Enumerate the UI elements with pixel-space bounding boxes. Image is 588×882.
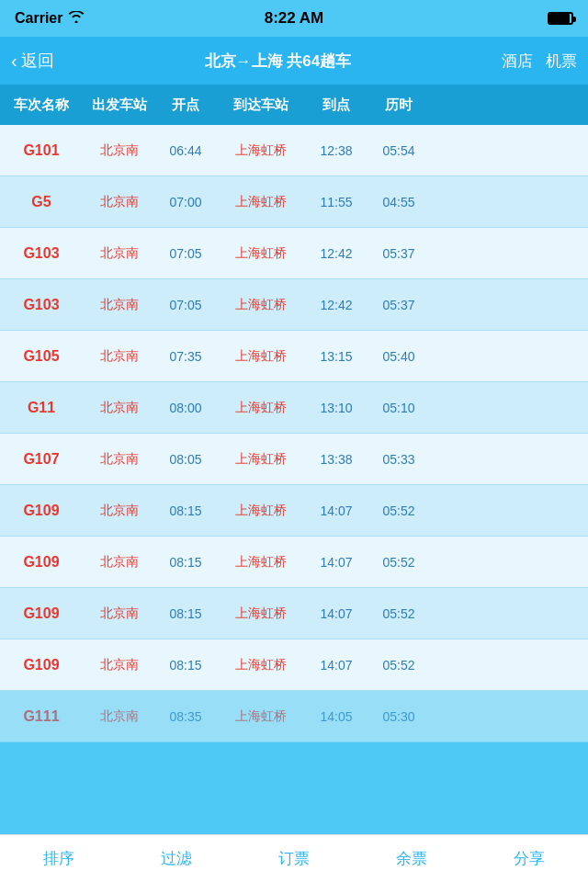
nav-bar: ‹ 返回 北京→上海 共64趟车 酒店 机票 [0, 37, 588, 85]
cell-time-col: 14:07 [307, 555, 366, 570]
cell-train-name: G109 [0, 503, 83, 519]
ticket-button[interactable]: 机票 [546, 51, 577, 72]
cell-time-col: 07:05 [156, 246, 215, 261]
cell-station: 上海虹桥 [215, 348, 307, 365]
cell-time-col: 11:55 [307, 195, 366, 209]
cell-train-name: G111 [0, 708, 83, 725]
cell-time-col: 13:10 [307, 401, 366, 415]
table-row[interactable]: G101北京南06:44上海虹桥12:3805:54 [0, 125, 588, 176]
cell-train-name: G103 [0, 245, 83, 262]
table-row[interactable]: G109北京南08:15上海虹桥14:0705:52 [0, 485, 588, 537]
cell-station: 上海虹桥 [215, 297, 307, 313]
table-row[interactable]: G5北京南07:00上海虹桥11:5504:55 [0, 176, 588, 228]
hotel-button[interactable]: 酒店 [502, 51, 533, 72]
th-arrive-time: 到点 [307, 96, 366, 114]
table-row[interactable]: G103北京南07:05上海虹桥12:4205:37 [0, 279, 588, 331]
th-depart-station: 出发车站 [83, 96, 156, 114]
cell-time-col: 12:42 [307, 298, 366, 312]
cell-time-col: 05:30 [366, 709, 432, 724]
cell-station: 北京南 [83, 503, 156, 519]
cell-station: 上海虹桥 [215, 657, 307, 673]
back-label: 返回 [21, 50, 54, 72]
cell-station: 北京南 [83, 554, 156, 571]
cell-time-col: 14:05 [307, 709, 366, 724]
cell-time-col: 07:05 [156, 298, 215, 312]
cell-time-col: 05:33 [366, 452, 432, 467]
cell-station: 北京南 [83, 142, 156, 159]
cell-time-col: 05:52 [366, 503, 432, 518]
remaining-button[interactable]: 余票 [396, 848, 427, 869]
cell-time-col: 13:38 [307, 452, 366, 467]
cell-time-col: 14:07 [307, 606, 366, 621]
table-row[interactable]: G105北京南07:35上海虹桥13:1505:40 [0, 331, 588, 382]
table-row[interactable]: G11北京南08:00上海虹桥13:1005:10 [0, 382, 588, 434]
status-bar: Carrier 8:22 AM [0, 0, 588, 37]
cell-time-col: 05:52 [366, 658, 432, 673]
cell-station: 上海虹桥 [215, 194, 307, 210]
wifi-icon [68, 10, 85, 27]
cell-time-col: 04:55 [366, 195, 432, 209]
table-row[interactable]: G111北京南08:35上海虹桥14:0505:30 [0, 691, 588, 742]
cell-time-col: 08:05 [156, 452, 215, 467]
cell-time-col: 12:38 [307, 143, 366, 158]
status-left: Carrier [15, 10, 85, 27]
cell-train-name: G109 [0, 605, 83, 622]
cell-train-name: G101 [0, 142, 83, 159]
table-row[interactable]: G103北京南07:05上海虹桥12:4205:37 [0, 228, 588, 279]
cell-time-col: 07:35 [156, 349, 215, 364]
cell-time-col: 08:15 [156, 555, 215, 570]
cell-time-col: 08:15 [156, 503, 215, 518]
cell-time-col: 08:35 [156, 709, 215, 724]
cell-station: 上海虹桥 [215, 451, 307, 468]
cell-time-col: 14:07 [307, 503, 366, 518]
filter-button[interactable]: 过滤 [161, 848, 192, 869]
cell-train-name: G11 [0, 400, 83, 416]
cell-train-name: G109 [0, 657, 83, 673]
th-arrive-station: 到达车站 [215, 96, 307, 114]
cell-station: 上海虹桥 [215, 708, 307, 725]
battery-icon [548, 12, 573, 25]
cell-time-col: 05:10 [366, 401, 432, 415]
cell-time-col: 05:37 [366, 246, 432, 261]
cell-station: 上海虹桥 [215, 554, 307, 571]
cell-time-col: 05:54 [366, 143, 432, 158]
cell-station: 北京南 [83, 245, 156, 262]
cell-station: 北京南 [83, 348, 156, 365]
cell-train-name: G5 [0, 194, 83, 210]
back-chevron-icon: ‹ [11, 51, 17, 72]
table-row[interactable]: G109北京南08:15上海虹桥14:0705:52 [0, 639, 588, 691]
back-button[interactable]: ‹ 返回 [11, 50, 54, 72]
cell-station: 上海虹桥 [215, 400, 307, 416]
table-header: 车次名称 出发车站 开点 到达车站 到点 历时 [0, 85, 588, 125]
table-row[interactable]: G109北京南08:15上海虹桥14:0705:52 [0, 588, 588, 639]
cell-train-name: G103 [0, 297, 83, 313]
nav-title: 北京→上海 共64趟车 [54, 51, 502, 72]
bottom-toolbar: 排序 过滤 订票 余票 分享 [0, 834, 588, 882]
table-row[interactable]: G107北京南08:05上海虹桥13:3805:33 [0, 434, 588, 485]
cell-station: 北京南 [83, 194, 156, 210]
cell-station: 上海虹桥 [215, 605, 307, 622]
cell-time-col: 05:37 [366, 298, 432, 312]
cell-train-name: G109 [0, 554, 83, 571]
cell-time-col: 05:40 [366, 349, 432, 364]
cell-time-col: 06:44 [156, 143, 215, 158]
cell-station: 北京南 [83, 400, 156, 416]
cell-time-col: 05:52 [366, 606, 432, 621]
cell-station: 北京南 [83, 297, 156, 313]
sort-button[interactable]: 排序 [43, 848, 74, 869]
order-button[interactable]: 订票 [278, 848, 310, 869]
cell-time-col: 12:42 [307, 246, 366, 261]
table-row[interactable]: G109北京南08:15上海虹桥14:0705:52 [0, 537, 588, 588]
cell-train-name: G105 [0, 348, 83, 365]
cell-time-col: 08:15 [156, 606, 215, 621]
th-duration: 历时 [366, 96, 432, 114]
cell-station: 上海虹桥 [215, 142, 307, 159]
cell-station: 北京南 [83, 708, 156, 725]
cell-station: 北京南 [83, 605, 156, 622]
train-list: G101北京南06:44上海虹桥12:3805:54G5北京南07:00上海虹桥… [0, 125, 588, 834]
cell-time-col: 07:00 [156, 195, 215, 209]
th-depart-time: 开点 [156, 96, 215, 114]
cell-time-col: 14:07 [307, 658, 366, 673]
cell-station: 上海虹桥 [215, 245, 307, 262]
share-button[interactable]: 分享 [514, 848, 545, 869]
